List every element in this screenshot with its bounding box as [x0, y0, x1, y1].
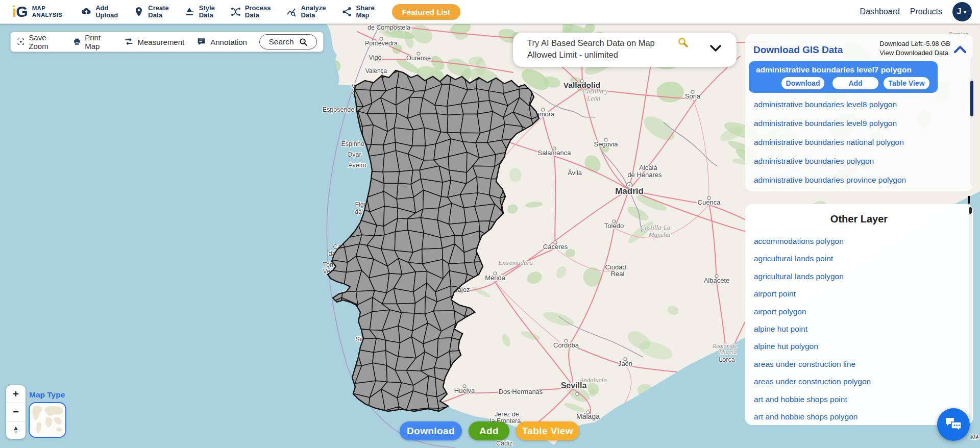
svg-text:Vigo: Vigo	[369, 54, 382, 61]
nav-item-style-data[interactable]: StyleData	[184, 5, 215, 19]
download-action-button[interactable]: Download	[400, 421, 462, 440]
chevron-up-icon[interactable]	[953, 45, 967, 54]
svg-text:Jaén: Jaén	[618, 360, 632, 367]
top-navbar: iG MAPANALYSIS AddUploadCreateDataStyleD…	[0, 0, 980, 24]
table-view-button[interactable]: Table View	[884, 77, 929, 89]
selected-layer-card[interactable]: administrative boundaries level7 polygon…	[749, 61, 938, 93]
toolbar-annotation[interactable]: Annotation	[197, 37, 247, 47]
printer-icon	[73, 37, 81, 47]
compass-down-icon: ▼	[13, 430, 19, 434]
gis-layer-link[interactable]: administrative boundaries national polyg…	[754, 138, 904, 147]
other-layer-link[interactable]: alpine hut polygon	[754, 342, 818, 351]
other-layer-panel: Other Layer accommodations polygonagricu…	[745, 204, 973, 425]
download-quota: Download Left:-5.98 GB View Downloaded D…	[879, 40, 950, 57]
nav-item-share-map[interactable]: ShareMap	[341, 5, 375, 19]
svg-text:Real: Real	[611, 270, 625, 278]
download-button[interactable]: Download	[781, 77, 824, 89]
nav-item-label: ShareMap	[356, 5, 375, 19]
other-layer-link[interactable]: areas under construction polygon	[754, 377, 871, 386]
analyze-chart-icon	[286, 6, 297, 17]
svg-text:Lorca: Lorca	[719, 356, 734, 363]
user-avatar[interactable]: J ▼	[952, 2, 972, 21]
scrollbar-track[interactable]	[970, 57, 973, 186]
map-toolbar: Save ZoomPrint MapMeasurementAnnotationS…	[10, 32, 324, 52]
magnifier-gold-icon	[677, 37, 689, 48]
compass-reset-button[interactable]: ▲ ▼	[6, 421, 26, 439]
selected-layer-name: administrative boundaries level7 polygon	[756, 65, 912, 74]
other-layer-link[interactable]: agricultural lands polygon	[754, 272, 844, 281]
search-input[interactable]: Search	[259, 34, 317, 49]
svg-text:Madrid: Madrid	[615, 186, 644, 196]
gis-layer-link[interactable]: administrative boundaries polygon	[754, 157, 874, 166]
cloud-upload-icon	[81, 6, 92, 17]
toolbar-save-zoom[interactable]: Save Zoom	[17, 33, 61, 51]
table-view-action-button[interactable]: Table View	[516, 421, 579, 440]
other-layer-link[interactable]: art and hobbie shops point	[754, 395, 847, 404]
nav-item-create-data[interactable]: CreateData	[133, 5, 168, 19]
svg-text:Sevilla: Sevilla	[561, 381, 587, 390]
svg-text:Esposende: Esposende	[323, 106, 355, 113]
nav-products[interactable]: Products	[910, 7, 942, 16]
search-icon	[299, 38, 308, 46]
process-route-icon	[230, 6, 241, 17]
chevron-down-icon[interactable]	[710, 45, 721, 52]
zoom-out-button[interactable]: −	[6, 403, 26, 420]
other-layer-link[interactable]: alpine hut point	[754, 325, 807, 334]
download-left-text: Download Left:-5.98 GB	[879, 40, 950, 47]
toolbar-label: Measurement	[138, 38, 185, 46]
nav-dashboard[interactable]: Dashboard	[860, 7, 900, 16]
toolbar-measurement[interactable]: Measurement	[124, 37, 185, 47]
zoom-in-button[interactable]: +	[6, 385, 26, 403]
ai-search-dropdown[interactable]: Try AI Based Search Data on Map Allowed …	[513, 33, 737, 67]
nav-item-process-data[interactable]: ProcessData	[230, 5, 271, 19]
svg-text:Aveiro: Aveiro	[348, 162, 366, 169]
scrollbar-thumb[interactable]	[970, 81, 973, 116]
featured-list-button[interactable]: Featured List	[392, 4, 460, 20]
svg-text:León: León	[586, 94, 600, 102]
download-gis-data-panel: Download GIS Data Download Left:-5.98 GB…	[745, 34, 973, 191]
add-action-button[interactable]: Add	[469, 421, 509, 440]
scrollbar-thumb[interactable]	[969, 207, 972, 214]
other-layer-link[interactable]: airport point	[754, 289, 796, 298]
svg-text:Espinho: Espinho	[341, 140, 364, 147]
map-type-selector[interactable]	[29, 402, 66, 438]
nav-item-label: CreateData	[148, 5, 168, 19]
gis-layer-link[interactable]: administrative boundaries province polyg…	[754, 176, 906, 185]
nav-item-analyze-data[interactable]: AnalyzeData	[286, 5, 326, 19]
other-layer-link[interactable]: agricultural lands point	[754, 254, 833, 263]
svg-text:Extremadura: Extremadura	[498, 259, 533, 266]
other-layer-link[interactable]: accommodations polygon	[754, 237, 844, 246]
other-layer-link[interactable]: art and hobbie shops polygon	[754, 412, 857, 421]
svg-text:Castilla-La: Castilla-La	[640, 223, 671, 231]
panel-scrollbar-mark[interactable]	[968, 196, 970, 204]
map-analysis-app: de CompostelaPontevedraVigoOurenseValenç…	[0, 0, 980, 448]
map-type-label: Map Type	[29, 390, 65, 400]
map-pin-icon	[133, 6, 144, 17]
chat-widget-button[interactable]	[937, 408, 970, 441]
world-map-thumbnail	[30, 403, 65, 437]
nav-item-label: AddUpload	[95, 5, 118, 19]
view-downloaded-link[interactable]: View Downloaded Data	[879, 49, 950, 57]
panel-title[interactable]: Download GIS Data	[753, 44, 843, 56]
svg-text:Ávila: Ávila	[568, 169, 582, 177]
gis-layer-link[interactable]: administrative boundaries level9 polygon	[754, 119, 897, 128]
svg-text:Mérida: Mérida	[485, 274, 506, 282]
nav-item-label: AnalyzeData	[301, 5, 326, 19]
style-droplet-icon	[184, 6, 195, 17]
svg-text:Salamanca: Salamanca	[537, 149, 571, 157]
svg-text:Pontevedra: Pontevedra	[365, 40, 398, 47]
svg-text:Jerez de: Jerez de	[495, 411, 519, 418]
svg-text:de Compostela: de Compostela	[368, 24, 410, 31]
app-logo[interactable]: iG MAPANALYSIS	[12, 4, 62, 19]
ai-line1: Try AI Based Search Data on Map	[527, 38, 655, 47]
svg-text:Cáceres: Cáceres	[543, 243, 568, 251]
gis-layer-link[interactable]: administrative boundaries level8 polygon	[754, 100, 897, 109]
scrollbar-track[interactable]	[969, 207, 972, 421]
logo-g: G	[16, 4, 28, 19]
toolbar-print-map[interactable]: Print Map	[73, 33, 112, 51]
add-button[interactable]: Add	[832, 77, 878, 89]
svg-text:Valença: Valença	[365, 67, 387, 74]
other-layer-link[interactable]: areas under construction line	[754, 360, 855, 369]
nav-item-add-upload[interactable]: AddUpload	[81, 5, 118, 19]
other-layer-link[interactable]: airport polygon	[754, 307, 806, 316]
